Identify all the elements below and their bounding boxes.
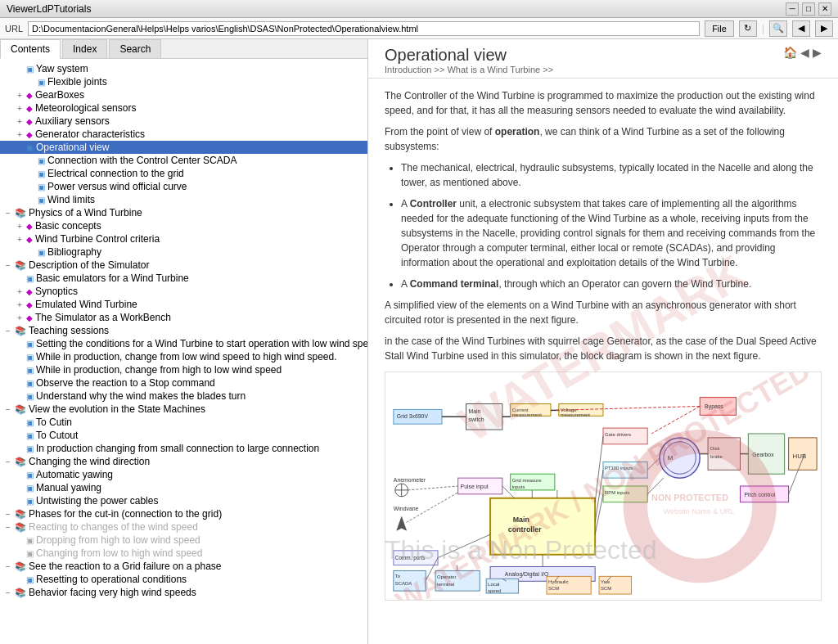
expand-icon[interactable]: − [3,588,13,597]
expand-icon[interactable]: − [3,405,13,414]
tree-item[interactable]: ▣Connection with the Control Center SCAD… [0,154,367,167]
tree-item[interactable]: −📚Description of the Simulator [0,259,367,272]
expand-icon[interactable]: − [3,261,13,270]
tree-item[interactable]: ▣In production changing from small conne… [0,442,367,455]
diamond-icon: ◆ [26,91,33,100]
back-button[interactable]: ◀ [792,20,810,37]
tree-item[interactable]: ▣Automatic yawing [0,468,367,481]
tree-item[interactable]: +◆Synoptics [0,285,367,298]
svg-text:Main: Main [468,408,480,414]
expand-icon[interactable]: + [15,91,25,100]
nav-forward-icon[interactable]: ▶ [813,46,822,59]
tree-item-label: Behavior facing very high wind speeds [29,587,196,598]
tree-item-label: Understand why the wind makes the blades… [36,390,246,402]
tree-item[interactable]: ▣Wind limits [0,193,367,206]
tree-item[interactable]: ▣Manual yawing [0,481,367,494]
expand-icon[interactable]: − [3,523,13,532]
search-icon-btn[interactable]: 🔍 [769,20,787,37]
tree-item[interactable]: +◆Emulated Wind Turbine [0,298,367,311]
restore-button[interactable]: □ [802,2,815,16]
tree-item-label: Bibliography [47,246,101,258]
tree-item[interactable]: ▣Basic emulators for a Wind Turbine [0,272,367,285]
tree-item[interactable]: ▣Resetting to operational conditions [0,573,367,586]
tree-item[interactable]: ▣Power versus wind official curve [0,180,367,193]
expand-icon[interactable]: + [15,222,25,231]
diagram-container: WATERMARK / NON PROTECTED Grid 3x690V Ma… [385,372,822,601]
tree-item[interactable]: ▣Bibliography [0,245,367,259]
tab-index[interactable]: Index [62,39,107,58]
tree-item[interactable]: +◆Auxiliary sensors [0,115,367,128]
main-area: Contents Index Search ▣Yaw system▣Flexib… [0,39,838,644]
expand-icon[interactable]: + [15,104,25,113]
page-title: Operational view [385,46,553,65]
minimize-button[interactable]: ─ [786,2,799,16]
tree-item[interactable]: +◆Wind Turbine Control criteria [0,232,367,245]
tree-item-label: Operational view [36,142,109,153]
expand-icon[interactable]: − [3,562,13,571]
tab-search[interactable]: Search [109,39,161,58]
tree-item[interactable]: ▣Changing from low to high wind speed [0,547,367,560]
svg-rect-48 [490,498,595,555]
expand-icon[interactable]: + [15,130,25,139]
expand-icon[interactable]: + [15,287,25,296]
tree-item[interactable]: −📚Changing the wind direction [0,455,367,468]
expand-icon[interactable]: + [15,300,25,309]
expand-icon[interactable]: − [3,327,13,336]
tree-item[interactable]: ▣Electrical connection to the grid [0,167,367,180]
close-button[interactable]: ✕ [818,2,831,16]
tree-item[interactable]: ▣Yaw system [0,62,367,75]
tree-item[interactable]: −📚Behavior facing very high wind speeds [0,586,367,599]
tree-item[interactable]: ▣Dropping from high to low wind speed [0,534,367,547]
tree-item-label: Observe the reaction to a Stop command [36,377,215,389]
address-input[interactable] [28,21,700,36]
tree-item[interactable]: −📚Physics of a Wind Turbine [0,206,367,219]
tree-item[interactable]: ▣Untwisting the power cables [0,494,367,507]
expand-icon[interactable]: − [3,457,13,466]
tree-item[interactable]: ▣To Cutout [0,429,367,442]
tree-item[interactable]: ▣Observe the reaction to a Stop command [0,376,367,390]
svg-text:NON PROTECTED: NON PROTECTED [651,493,728,502]
svg-text:inputs: inputs [512,484,525,489]
file-button[interactable]: File [705,20,734,37]
page-icon: ▣ [26,379,34,388]
expand-icon[interactable]: + [15,117,25,126]
expand-icon[interactable]: − [3,209,13,218]
reload-button[interactable]: ↻ [739,20,757,37]
expand-icon[interactable]: + [15,313,25,322]
expand-icon[interactable]: − [3,510,13,519]
tree-item-label: Phases for the cut-in (connection to the… [29,508,222,520]
tree-item-label: Auxiliary sensors [35,115,110,127]
tree-item-label: Meteorological sensors [35,102,136,114]
expand-icon[interactable]: + [15,235,25,244]
tree-item[interactable]: +◆Generator characteristics [0,128,367,141]
tree-item[interactable]: ▣Understand why the wind makes the blade… [0,390,367,403]
page-icon: ▣ [26,353,34,362]
tree-item[interactable]: ▣Flexible joints [0,75,367,88]
tree-item[interactable]: −📚Reacting to changes of the wind speed [0,520,367,534]
tree-item[interactable]: −📚Phases for the cut-in (connection to t… [0,507,367,520]
tree-item[interactable]: −📚See the reaction to a Grid failure on … [0,560,367,573]
tab-contents[interactable]: Contents [0,39,61,59]
tree-item[interactable]: +◆GearBoxes [0,88,367,101]
tree-item[interactable]: ▣Operational view [0,141,367,154]
tree-item[interactable]: ▣While in production, change from low wi… [0,350,367,363]
page-icon: ▣ [38,169,45,178]
forward-button[interactable]: ▶ [815,20,833,37]
tree-item[interactable]: +◆The Simulator as a WorkBench [0,311,367,324]
window-controls[interactable]: ─ □ ✕ [786,2,831,16]
page-icon: ▣ [26,65,34,74]
tree-item[interactable]: ▣Setting the conditions for a Wind Turbi… [0,337,367,350]
nav-back-icon[interactable]: ◀ [800,46,809,59]
tree-item[interactable]: +◆Meteorological sensors [0,101,367,115]
svg-text:Bypass: Bypass [705,403,723,410]
tree-item[interactable]: ▣To Cutin [0,416,367,429]
page-icon: ▣ [38,156,45,165]
tree-item-label: To Cutout [36,430,78,441]
tree-item[interactable]: −📚View the evolution in the State Machin… [0,403,367,416]
tree-item[interactable]: +◆Basic concepts [0,219,367,232]
content-nav[interactable]: 🏠 ◀ ▶ [783,46,822,59]
tree-item[interactable]: −📚Teaching sessions [0,324,367,337]
tree-item[interactable]: ▣While in production, change from high t… [0,363,367,376]
nav-home-icon[interactable]: 🏠 [783,46,797,59]
svg-text:Comm. ports: Comm. ports [395,555,426,561]
